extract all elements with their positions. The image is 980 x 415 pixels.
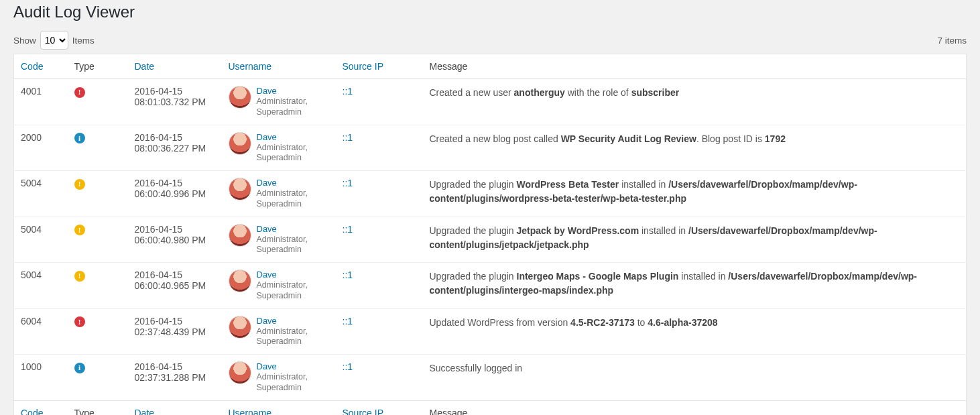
col-footer-username[interactable]: Username (229, 408, 272, 416)
user-link[interactable]: Dave (257, 361, 329, 372)
cell-date: 2016-04-1508:00:36.227 PM (128, 125, 222, 171)
critical-icon: ! (74, 316, 85, 327)
source-ip-link[interactable]: ::1 (343, 361, 353, 372)
total-items-text: 7 items (937, 36, 967, 46)
date-line2: 06:00:40.980 PM (135, 235, 215, 245)
user-role: Administrator, Superadmin (257, 280, 329, 301)
warning-icon: ! (74, 271, 85, 282)
col-footer-code[interactable]: Code (21, 408, 43, 416)
cell-message: Upgraded the plugin WordPress Beta Teste… (423, 171, 967, 217)
cell-message: Created a new blog post called WP Securi… (423, 125, 967, 171)
message-text: Upgraded the plugin WordPress Beta Teste… (430, 178, 960, 206)
cell-date: 2016-04-1502:37:48.439 PM (128, 308, 222, 355)
cell-message: Upgraded the plugin Jetpack by WordPress… (423, 217, 967, 263)
cell-username: DaveAdministrator, Superadmin (222, 217, 336, 263)
user-role: Administrator, Superadmin (257, 235, 329, 255)
table-row: 6004!2016-04-1502:37:48.439 PMDaveAdmini… (14, 308, 967, 355)
table-row: 1000i2016-04-1502:37:31.288 PMDaveAdmini… (14, 355, 967, 401)
col-header-type: Type (68, 54, 128, 79)
message-text: Updated WordPress from version 4.5-RC2-3… (430, 316, 960, 330)
cell-source-ip: ::1 (336, 217, 423, 263)
user-role: Administrator, Superadmin (257, 143, 329, 164)
date-line2: 06:00:40.996 PM (135, 188, 215, 199)
cell-date: 2016-04-1508:01:03.732 PM (128, 79, 222, 125)
cell-username: DaveAdministrator, Superadmin (222, 125, 336, 171)
message-text: Upgraded the plugin Jetpack by WordPress… (430, 224, 960, 252)
source-ip-link[interactable]: ::1 (343, 224, 353, 235)
cell-source-ip: ::1 (336, 263, 423, 309)
cell-date: 2016-04-1506:00:40.996 PM (128, 171, 222, 217)
cell-type: ! (68, 217, 128, 263)
message-text: Upgraded the plugin Intergeo Maps - Goog… (430, 270, 960, 298)
date-line1: 2016-04-15 (135, 224, 215, 235)
user-role: Administrator, Superadmin (257, 327, 329, 347)
cell-message: Upgraded the plugin Intergeo Maps - Goog… (423, 263, 967, 309)
avatar (229, 316, 251, 339)
date-line1: 2016-04-15 (135, 270, 215, 280)
user-link[interactable]: Dave (257, 132, 329, 143)
col-header-date[interactable]: Date (135, 61, 155, 72)
user-link[interactable]: Dave (257, 178, 329, 188)
col-footer-source-ip[interactable]: Source IP (343, 408, 383, 416)
message-text: Successfully logged in (430, 361, 960, 375)
cell-code: 4001 (14, 79, 68, 125)
date-line1: 2016-04-15 (135, 361, 215, 372)
date-line2: 08:00:36.227 PM (135, 143, 215, 154)
cell-username: DaveAdministrator, Superadmin (222, 263, 336, 309)
cell-date: 2016-04-1506:00:40.980 PM (128, 217, 222, 263)
table-row: 2000i2016-04-1508:00:36.227 PMDaveAdmini… (14, 125, 967, 171)
col-footer-type: Type (68, 400, 128, 415)
cell-message: Created a new user anotherguy with the r… (423, 79, 967, 125)
cell-source-ip: ::1 (336, 79, 423, 125)
cell-source-ip: ::1 (336, 308, 423, 355)
cell-code: 5004 (14, 171, 68, 217)
user-role: Administrator, Superadmin (257, 372, 329, 393)
source-ip-link[interactable]: ::1 (343, 178, 353, 188)
warning-icon: ! (74, 179, 85, 190)
date-line1: 2016-04-15 (135, 86, 215, 97)
info-icon: i (74, 363, 85, 373)
cell-date: 2016-04-1502:37:31.288 PM (128, 355, 222, 401)
source-ip-link[interactable]: ::1 (343, 316, 353, 327)
source-ip-link[interactable]: ::1 (343, 132, 353, 143)
col-footer-date[interactable]: Date (135, 408, 155, 416)
per-page-select[interactable]: 10 (40, 31, 68, 50)
cell-source-ip: ::1 (336, 125, 423, 171)
cell-source-ip: ::1 (336, 171, 423, 217)
cell-username: DaveAdministrator, Superadmin (222, 355, 336, 401)
warning-icon: ! (74, 225, 85, 235)
date-line1: 2016-04-15 (135, 178, 215, 188)
items-label: Items (72, 36, 95, 46)
user-link[interactable]: Dave (257, 270, 329, 280)
cell-message: Successfully logged in (423, 355, 967, 401)
date-line1: 2016-04-15 (135, 132, 215, 143)
cell-code: 6004 (14, 308, 68, 355)
date-line2: 02:37:31.288 PM (135, 372, 215, 383)
cell-source-ip: ::1 (336, 355, 423, 401)
table-row: 5004!2016-04-1506:00:40.996 PMDaveAdmini… (14, 171, 967, 217)
cell-date: 2016-04-1506:00:40.965 PM (128, 263, 222, 309)
cell-username: DaveAdministrator, Superadmin (222, 308, 336, 355)
avatar (229, 224, 251, 247)
col-header-code[interactable]: Code (21, 61, 43, 72)
user-link[interactable]: Dave (257, 224, 329, 235)
source-ip-link[interactable]: ::1 (343, 270, 353, 280)
cell-type: ! (68, 308, 128, 355)
table-row: 4001!2016-04-1508:01:03.732 PMDaveAdmini… (14, 79, 967, 125)
toolbar: Show 10 Items 7 items (13, 31, 967, 50)
col-header-username[interactable]: Username (229, 61, 272, 72)
user-role: Administrator, Superadmin (257, 97, 329, 117)
message-text: Created a new user anotherguy with the r… (430, 86, 960, 100)
col-header-source-ip[interactable]: Source IP (343, 61, 383, 72)
user-link[interactable]: Dave (257, 316, 329, 327)
avatar (229, 86, 251, 109)
source-ip-link[interactable]: ::1 (343, 86, 353, 97)
cell-code: 1000 (14, 355, 68, 401)
cell-type: i (68, 355, 128, 401)
page-title: Audit Log Viewer (13, 3, 967, 21)
date-line1: 2016-04-15 (135, 316, 215, 327)
date-line2: 08:01:03.732 PM (135, 97, 215, 107)
user-role: Administrator, Superadmin (257, 188, 329, 209)
user-link[interactable]: Dave (257, 86, 329, 97)
avatar (229, 178, 251, 200)
